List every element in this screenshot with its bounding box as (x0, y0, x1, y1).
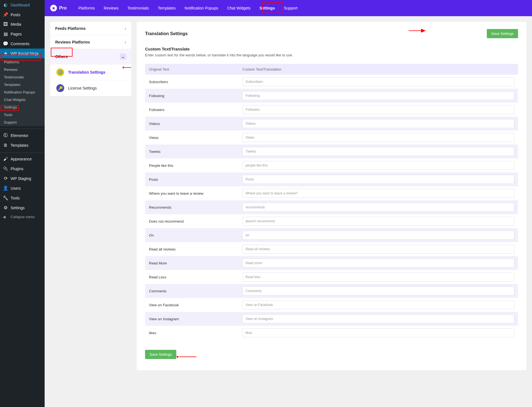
wp-menu-pages[interactable]: ▤Pages (0, 29, 45, 39)
translation-input[interactable] (242, 259, 514, 268)
translation-row: Tweets (145, 145, 518, 158)
translation-input[interactable] (242, 105, 514, 114)
original-text: Videos (149, 122, 242, 126)
header-custom: Custom Text/Translation (242, 67, 514, 71)
wp-menu-posts[interactable]: 📌Posts (0, 10, 45, 20)
cat-label: Feeds Platforms (55, 26, 86, 31)
translation-input[interactable] (242, 189, 514, 198)
settings-cat-others[interactable]: Others⌄ (50, 49, 131, 64)
translation-row: Where you want to leave a review (145, 186, 518, 200)
settings-cat-feeds-platforms[interactable]: Feeds Platforms› (50, 22, 131, 35)
menu-label: Pages (11, 32, 22, 36)
original-text: Posts (149, 177, 242, 182)
translation-row: View on Instagram (145, 312, 518, 326)
menu-icon: ◐ (3, 2, 8, 8)
menu-icon: 🔌 (3, 166, 8, 171)
top-nav-testimonials[interactable]: Testimonials (127, 4, 150, 12)
menu-icon: 👤 (3, 186, 8, 191)
wp-submenu-templates[interactable]: Templates (0, 81, 45, 88)
app-logo: ★ Pro (50, 5, 67, 11)
translation-input[interactable] (242, 161, 514, 170)
translation-row: Read all reviews (145, 242, 518, 256)
original-text: Following (149, 94, 242, 98)
cat-label: Reviews Platforms (55, 40, 90, 44)
wp-submenu-platforms[interactable]: Platforms (0, 58, 45, 66)
wp-submenu-reviews[interactable]: Reviews (0, 66, 45, 73)
translation-input[interactable] (242, 231, 514, 240)
wp-submenu-chat-widgets[interactable]: Chat Widgets (0, 96, 45, 103)
translation-row: On (145, 228, 518, 242)
wp-submenu-tools[interactable]: Tools (0, 111, 45, 119)
menu-icon: Ⓔ (3, 133, 8, 138)
translation-input[interactable] (242, 217, 514, 226)
top-nav-support[interactable]: Support (283, 4, 298, 12)
settings-sub-translation-settings[interactable]: 🌐Translation Settings (50, 64, 131, 80)
translation-input[interactable] (242, 175, 514, 184)
wp-menu-media[interactable]: 🖾Media (0, 20, 45, 29)
translation-input[interactable] (242, 314, 514, 323)
save-settings-bottom-button[interactable]: Save Settings (145, 350, 176, 359)
translation-input[interactable] (242, 147, 514, 156)
translation-row: Followers (145, 103, 518, 117)
wp-menu-elementor[interactable]: ⒺElementor (0, 130, 45, 141)
wp-submenu-notification-popups[interactable]: Notification Popups (0, 88, 45, 96)
wp-menu-templates[interactable]: 🗎Templates (0, 141, 45, 150)
translation-input[interactable] (242, 273, 514, 281)
settings-cat-reviews-platforms[interactable]: Reviews Platforms› (50, 35, 131, 49)
wp-menu-dashboard[interactable]: ◐Dashboard (0, 0, 45, 10)
panel-title: Translation Settings (145, 31, 188, 36)
translation-input[interactable] (242, 77, 514, 86)
top-nav-reviews[interactable]: Reviews (103, 4, 119, 12)
wp-menu-settings[interactable]: ⚙Settings (0, 203, 45, 213)
top-nav-platforms[interactable]: Platforms (78, 4, 95, 12)
key-icon: 🔑 (56, 84, 64, 92)
original-text: Recommends (149, 205, 242, 209)
top-nav-chat-widgets[interactable]: Chat Widgets (227, 4, 251, 12)
wp-menu-wp-social-ninja[interactable]: ★WP Social Ninja (0, 49, 45, 58)
chevron-right-icon: › (125, 26, 126, 31)
sub-label: License Settings (68, 86, 97, 90)
original-text: Views (149, 136, 242, 140)
translation-input[interactable] (242, 300, 514, 309)
top-nav-settings[interactable]: Settings (259, 4, 275, 12)
translation-row: People like this (145, 158, 518, 172)
menu-label: Plugins (11, 167, 23, 171)
translation-input[interactable] (242, 119, 514, 128)
top-nav-notification-popups[interactable]: Notification Popups (184, 4, 219, 12)
original-text: Comments (149, 289, 242, 293)
wp-submenu-support[interactable]: Support (0, 119, 45, 126)
translation-row: Videos (145, 117, 518, 131)
save-settings-top-button[interactable]: Save Settings (487, 29, 518, 38)
collapse-icon: ◀ (3, 215, 8, 219)
wp-menu-comments[interactable]: 💬Comments (0, 39, 45, 49)
menu-icon: ★ (3, 51, 8, 56)
wp-menu-tools[interactable]: 🔧Tools (0, 193, 45, 203)
translation-input[interactable] (242, 91, 514, 100)
menu-label: Media (11, 22, 21, 27)
original-text: View on Instagram (149, 317, 242, 321)
collapse-menu[interactable]: ◀ Collapse menu (0, 213, 45, 221)
translation-row: Read More (145, 256, 518, 270)
wp-menu-appearance[interactable]: 🖌Appearance (0, 154, 45, 164)
wp-menu-users[interactable]: 👤Users (0, 183, 45, 193)
settings-sub-license-settings[interactable]: 🔑License Settings (50, 80, 131, 96)
translation-table-header: Original Text Custom Text/Translation (145, 64, 518, 75)
wp-submenu-testimonials[interactable]: Testimonials (0, 73, 45, 81)
original-text: Does not recommend (149, 219, 242, 223)
top-nav-templates[interactable]: Templates (157, 4, 176, 12)
globe-icon: 🌐 (56, 68, 64, 76)
translation-input[interactable] (242, 203, 514, 212)
menu-icon: ⚙ (3, 205, 8, 210)
star-icon: ★ (50, 5, 57, 11)
settings-sidebar: Feeds Platforms›Reviews Platforms›Others… (50, 22, 131, 96)
translation-input[interactable] (242, 328, 514, 337)
translation-input[interactable] (242, 133, 514, 142)
chevron-down-icon: ⌄ (120, 54, 126, 60)
cat-label: Others (55, 54, 68, 59)
translation-input[interactable] (242, 245, 514, 254)
wp-menu-wp-staging[interactable]: ⟳WP Staging (0, 174, 45, 183)
wp-menu-plugins[interactable]: 🔌Plugins (0, 164, 45, 174)
translation-row: Does not recommend (145, 214, 518, 228)
wp-submenu-settings[interactable]: Settings (0, 103, 45, 111)
translation-input[interactable] (242, 286, 514, 295)
